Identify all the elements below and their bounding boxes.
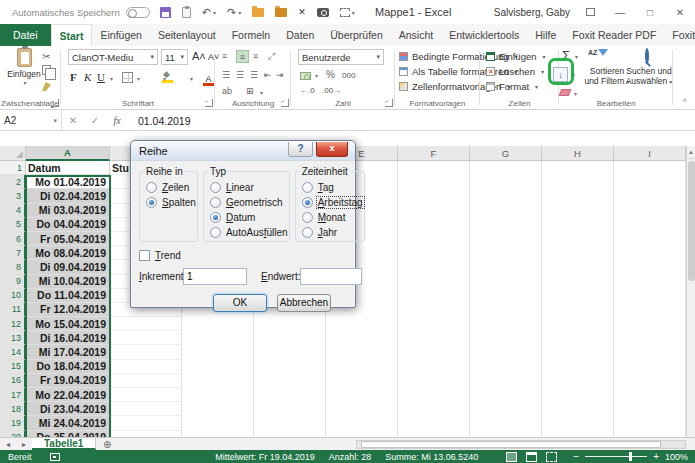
normal-view-icon[interactable] [506,452,517,462]
ribbon-tab-start[interactable]: Start [51,24,93,46]
cancel-button[interactable]: Abbrechen [277,294,331,312]
row-header-10[interactable]: 10 [0,289,26,303]
ribbon-display-icon[interactable] [575,0,605,24]
align-top-icon[interactable]: ≡ [222,51,227,61]
vertical-scroll-thumb[interactable] [688,161,695,281]
clear-caret-icon[interactable]: ▾ [574,90,577,97]
cell-b13[interactable] [110,331,182,345]
borders-caret-icon[interactable]: ▾ [137,75,140,82]
autosum-caret-icon[interactable]: ▾ [575,53,578,60]
row-header-12[interactable]: 12 [0,317,26,331]
macro-record-icon[interactable] [50,453,60,461]
row-header-17[interactable]: 17 [0,388,26,402]
borders-icon[interactable] [122,72,133,83]
clipboard-dialog-launcher-icon[interactable]: ⌐ [51,99,59,107]
column-header-g[interactable]: G [470,146,542,161]
cell-b15[interactable] [110,360,182,374]
radio-icon-autoausf-llen[interactable] [210,227,221,238]
horizontal-scrollbar[interactable] [356,440,686,449]
paste-icon[interactable] [182,7,191,18]
zoom-level[interactable]: 100% [665,452,688,462]
horizontal-scroll-thumb[interactable] [361,441,661,448]
camera-icon[interactable] [317,8,329,17]
folder-icon[interactable] [275,8,287,17]
orientation-icon[interactable]: ⤢ [268,51,275,62]
decrease-decimal-icon[interactable]: .00→ [322,86,341,95]
radio-option-datum[interactable]: Datum [210,212,289,223]
row-header-9[interactable]: 9 [0,275,26,289]
cells-item-format[interactable]: Format [486,79,546,94]
cell-a19[interactable]: Mi 24.04.2019 [26,416,110,430]
radio-option-tag[interactable]: Tag [302,182,364,193]
ribbon-tab-formeln[interactable]: Formeln [224,24,279,46]
copy-icon[interactable] [42,65,51,75]
fill-color-caret-icon[interactable]: ▾ [163,75,166,82]
font-name-select[interactable]: ClanOT-Mediu [68,49,158,65]
add-sheet-icon[interactable]: ⊕ [96,438,118,450]
cell-a16[interactable]: Fr 19.04.2019 [26,374,110,388]
italic-button[interactable]: K [84,71,91,83]
zoom-slider[interactable] [585,456,647,457]
cell-a9[interactable]: Mi 10.04.2019 [26,275,110,289]
radio-option-monat[interactable]: Monat [302,212,364,223]
search-icon[interactable] [645,48,649,64]
selection-tool-button[interactable]: ▾ [340,8,355,17]
autosave-toggle[interactable] [126,7,150,18]
page-layout-view-icon[interactable] [526,452,537,462]
cancel-entry-icon[interactable]: ✕ [62,115,84,126]
undo-button[interactable]: ▾ [202,6,216,19]
row-header-1[interactable]: 1 [0,161,26,175]
row-header-4[interactable]: 4 [0,204,26,218]
row-header-5[interactable]: 5 [0,218,26,232]
radio-option-spalten[interactable]: Spalten [146,197,197,208]
increase-decimal-icon[interactable]: ←.0 [300,86,315,95]
paste-button[interactable]: Einfügen ▾ [4,48,44,96]
select-all-corner[interactable] [0,146,26,161]
underline-button[interactable]: U [97,71,105,83]
ribbon-tab-ansicht[interactable]: Ansicht [391,24,441,46]
row-header-8[interactable]: 8 [0,260,26,274]
endvalue-input[interactable] [300,268,362,285]
radio-option-linear[interactable]: Linear [210,182,289,193]
radio-option-autoausf-llen[interactable]: AutoAusfüllen [210,227,289,238]
cell-a13[interactable]: Di 16.04.2019 [26,331,110,345]
row-header-2[interactable]: 2 [0,175,26,189]
sheet-nav-left-icon[interactable]: ◂ [0,438,16,450]
cell-b12[interactable] [110,317,182,331]
cell-a15[interactable]: Do 18.04.2019 [26,360,110,374]
accounting-caret-icon[interactable]: ▾ [315,72,318,79]
close-window-icon[interactable]: ✕ [665,0,695,24]
indent-decrease-icon[interactable]: ⇤ [264,70,272,80]
column-header-f[interactable]: F [398,146,470,161]
cell-a17[interactable]: Mo 22.04.2019 [26,388,110,402]
dialog-help-icon[interactable]: ? [288,142,313,157]
cells-item-l-schen[interactable]: Löschen [486,64,546,79]
formula-content[interactable]: 01.04.2019 [138,115,191,127]
accounting-format-icon[interactable] [300,72,311,80]
cell-a18[interactable]: Di 23.04.2019 [26,402,110,416]
alignment-dialog-launcher-icon[interactable]: ⌐ [281,99,289,107]
cell-b18[interactable] [110,402,182,416]
increase-font-icon[interactable]: A˄ [192,50,206,62]
radio-option-geometrisch[interactable]: Geometrisch [210,197,289,208]
merge-center-icon[interactable]: ⊞ [246,86,254,96]
radio-icon-linear[interactable] [210,182,221,193]
ok-button[interactable]: OK [213,294,267,312]
open-folder-icon[interactable] [252,8,264,17]
row-header-14[interactable]: 14 [0,345,26,359]
cell-b17[interactable] [110,388,182,402]
align-center-icon[interactable]: ☰ [236,70,244,80]
cells-item-einf-gen[interactable]: Einfügen [486,49,546,64]
scroll-up-icon[interactable]: ▲ [687,146,695,159]
underline-caret-icon[interactable]: ▾ [110,75,113,82]
column-header-a[interactable]: A [26,146,110,161]
radio-icon-monat[interactable] [302,212,313,223]
wrap-text-icon[interactable]: ab [222,86,232,96]
ribbon-tab-foxit-pdf[interactable]: Foxit PDF [664,24,695,46]
radio-icon-arbeitstag[interactable] [302,197,313,208]
confirm-entry-icon[interactable]: ✓ [84,115,106,126]
ribbon-tab-einf-gen[interactable]: Einfügen [92,24,149,46]
zoom-in-icon[interactable]: + [653,452,659,461]
maximize-icon[interactable]: □ [635,0,665,24]
cell-a10[interactable]: Do 11.04.2019 [26,289,110,303]
